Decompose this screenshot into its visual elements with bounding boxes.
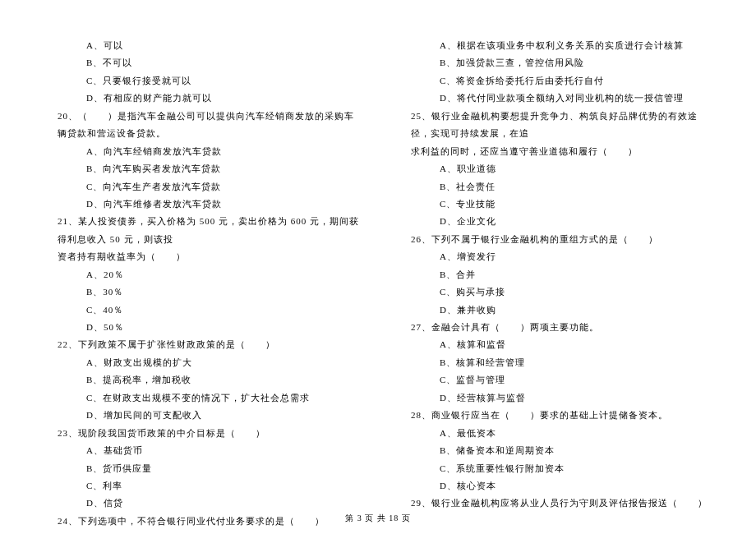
q27-option-a: A、核算和监督 [394,336,715,353]
q24-option-c: C、将资金拆给委托行后由委托行自付 [394,72,715,90]
q22-text: 22、下列政策不属于扩张性财政政策的是（ ） [41,336,362,353]
q20-option-b: B、向汽车购买者发放汽车贷款 [41,160,362,177]
q19-option-c: C、只要银行接受就可以 [41,72,362,90]
q29-text: 29、银行业金融机构应将从业人员行为守则及评估报告报送（ ） [394,495,715,512]
q21-text-line1: 21、某人投资债券，买入价格为 500 元，卖出价格为 600 元，期间获得利息… [41,213,362,248]
q19-option-d: D、有相应的财产能力就可以 [41,90,362,107]
q19-option-b: B、不可以 [41,54,362,71]
q28-option-b: B、储备资本和逆周期资本 [394,442,715,459]
right-column: A、根据在该项业务中权利义务关系的实质进行会计核算 B、加强贷款三查，管控信用风… [378,37,715,485]
q22-option-a: A、财政支出规模的扩大 [41,354,362,371]
q23-text: 23、现阶段我国货币政策的中介目标是（ ） [41,425,362,442]
q21-option-d: D、50％ [41,319,362,336]
left-column: A、可以 B、不可以 C、只要银行接受就可以 D、有相应的财产能力就可以 20、… [41,37,378,485]
q22-option-d: D、增加民间的可支配收入 [41,407,362,424]
page-container: A、可以 B、不可以 C、只要银行接受就可以 D、有相应的财产能力就可以 20、… [0,0,756,509]
q26-option-c: C、购买与承接 [394,283,715,301]
q21-option-c: C、40％ [41,302,362,319]
q20-option-a: A、向汽车经销商发放汽车贷款 [41,143,362,160]
q24-option-b: B、加强贷款三查，管控信用风险 [394,54,715,71]
q26-option-d: D、兼并收购 [394,302,715,319]
q22-option-c: C、在财政支出规模不变的情况下，扩大社会总需求 [41,389,362,407]
q25-option-c: C、专业技能 [394,196,715,213]
q20-option-d: D、向汽车维修者发放汽车贷款 [41,196,362,213]
q27-option-d: D、经营核算与监督 [394,389,715,407]
q25-text-line2: 求利益的同时，还应当遵守善业道德和履行（ ） [394,143,715,160]
q26-text: 26、下列不属于银行业金融机构的重组方式的是（ ） [394,231,715,248]
q23-option-a: A、基础货币 [41,442,362,459]
q25-text-line1: 25、银行业金融机构要想提升竞争力、构筑良好品牌优势的有效途径，实现可持续发展，… [394,108,715,143]
q28-option-d: D、核心资本 [394,477,715,495]
q23-option-d: D、信贷 [41,495,362,512]
q20-option-c: C、向汽车生产者发放汽车贷款 [41,178,362,196]
q25-option-b: B、社会责任 [394,178,715,196]
q21-option-b: B、30％ [41,283,362,301]
q26-option-b: B、合并 [394,266,715,283]
q21-text-line2: 资者持有期收益率为（ ） [41,248,362,265]
q24-option-a: A、根据在该项业务中权利义务关系的实质进行会计核算 [394,37,715,54]
q20-text: 20、（ ）是指汽车金融公司可以提供向汽车经销商发放的采购车辆贷款和营运设备贷款… [41,108,362,143]
q23-option-b: B、货币供应量 [41,460,362,477]
q19-option-a: A、可以 [41,37,362,54]
q21-option-a: A、20％ [41,266,362,283]
q28-option-a: A、最低资本 [394,425,715,442]
q24-option-d: D、将代付同业款项全额纳入对同业机构的统一授信管理 [394,90,715,107]
q26-option-a: A、增资发行 [394,248,715,265]
q25-option-a: A、职业道德 [394,160,715,177]
q27-text: 27、金融会计具有（ ）两项主要功能。 [394,319,715,336]
q27-option-b: B、核算和经营管理 [394,354,715,371]
q28-text: 28、商业银行应当在（ ）要求的基础上计提储备资本。 [394,407,715,424]
page-footer: 第 3 页 共 18 页 [0,513,756,524]
q25-option-d: D、企业文化 [394,213,715,230]
q22-option-b: B、提高税率，增加税收 [41,371,362,389]
q27-option-c: C、监督与管理 [394,371,715,389]
q23-option-c: C、利率 [41,477,362,495]
q28-option-c: C、系统重要性银行附加资本 [394,460,715,477]
